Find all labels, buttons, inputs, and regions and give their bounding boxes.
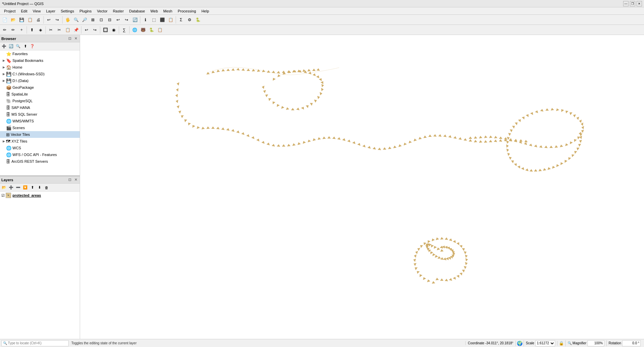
- browser-tree-item-12[interactable]: ⊞ Vector Tiles: [0, 131, 80, 138]
- zoom-layer-button[interactable]: ⊡: [97, 16, 105, 24]
- zoom-out-button[interactable]: 🔎: [80, 16, 88, 24]
- edit-undo-button[interactable]: ↩: [82, 26, 91, 34]
- browser-tree-item-6[interactable]: 🗄 SpatiaLite: [0, 91, 80, 98]
- layers-float-button[interactable]: ⊡: [67, 177, 72, 183]
- python-button[interactable]: 🐍: [194, 16, 202, 24]
- zoom-selection-button[interactable]: ⊟: [106, 16, 114, 24]
- cut-feature-button[interactable]: ✂: [55, 26, 63, 34]
- map-canvas[interactable]: [80, 35, 644, 339]
- open-project-button[interactable]: 📂: [9, 16, 17, 24]
- attr-table-button[interactable]: 📋: [167, 16, 175, 24]
- menu-item-help[interactable]: Help: [199, 8, 212, 14]
- move-feature-button[interactable]: ⬆: [28, 26, 36, 34]
- save-as-button[interactable]: 📋: [26, 16, 34, 24]
- locate-input[interactable]: [1, 340, 69, 346]
- browser-add-button[interactable]: ➕: [1, 43, 7, 50]
- tree-expand-icon[interactable]: ▶: [1, 66, 6, 69]
- add-feature-button[interactable]: ＋: [17, 26, 26, 34]
- browser-tree-item-13[interactable]: ▶ 🗺 XYZ Tiles: [0, 138, 80, 145]
- browser-tree-item-15[interactable]: 🌐 WFS / OGC API - Features: [0, 151, 80, 158]
- zoom-prev-button[interactable]: ↩: [114, 16, 122, 24]
- browser-tree-item-16[interactable]: 🗄 ArcGIS REST Servers: [0, 158, 80, 165]
- browser-collapse-button[interactable]: ⬆: [22, 43, 29, 50]
- bear-button[interactable]: 🐻: [139, 26, 147, 34]
- magnifier-input[interactable]: [587, 340, 604, 346]
- restore-button[interactable]: ❐: [630, 1, 635, 6]
- undo-button[interactable]: ↩: [45, 16, 53, 24]
- zoom-full-button[interactable]: ⊠: [89, 16, 97, 24]
- browser-close-button[interactable]: ✕: [73, 36, 78, 41]
- plugin1-button[interactable]: 🐍: [147, 26, 155, 34]
- browser-tree-item-10[interactable]: 🌐 WMS/WMTS: [0, 118, 80, 124]
- browser-tree-item-9[interactable]: 🗄 MS SQL Server: [0, 111, 80, 118]
- menu-item-layer[interactable]: Layer: [43, 8, 58, 14]
- layers-open-button[interactable]: 📂: [1, 184, 7, 191]
- browser-tree-item-2[interactable]: ▶ 🏠 Home: [0, 64, 80, 71]
- layers-remove2-button[interactable]: 🗑: [43, 184, 50, 191]
- topology-button[interactable]: ◉: [110, 26, 118, 34]
- layers-add-button[interactable]: ➕: [8, 184, 14, 191]
- menu-item-plugins[interactable]: Plugins: [77, 8, 94, 14]
- deselect-button[interactable]: ⬛: [158, 16, 166, 24]
- browser-tree-item-8[interactable]: 🗄 SAP HANA: [0, 104, 80, 111]
- copy-feature-button[interactable]: 📋: [64, 26, 72, 34]
- globe-button[interactable]: 🌐: [131, 26, 139, 34]
- identify-button[interactable]: ℹ: [141, 16, 149, 24]
- settings-button[interactable]: ⚙: [185, 16, 193, 24]
- browser-tree-item-4[interactable]: ▶ 💾 D:\ (Data): [0, 77, 80, 84]
- browser-tree-item-7[interactable]: 🐘 PostgreSQL: [0, 98, 80, 104]
- scale-select[interactable]: 1:61272: [535, 340, 555, 346]
- menu-item-project[interactable]: Project: [1, 8, 18, 14]
- rotation-input[interactable]: [622, 340, 641, 346]
- browser-tree-item-0[interactable]: ⭐ Favorites: [0, 50, 80, 57]
- zoom-in-button[interactable]: 🔍: [72, 16, 80, 24]
- tree-expand-icon[interactable]: ▶: [1, 72, 6, 76]
- snap-button[interactable]: 🔲: [101, 26, 109, 34]
- close-button[interactable]: ✕: [637, 1, 642, 6]
- menu-item-edit[interactable]: Edit: [18, 8, 30, 14]
- pan-button[interactable]: 🖐: [64, 16, 72, 24]
- browser-tree-item-5[interactable]: 📦 GeoPackage: [0, 84, 80, 91]
- menu-item-view[interactable]: View: [30, 8, 43, 14]
- edit-redo-button[interactable]: ↪: [91, 26, 99, 34]
- paste-feature-button[interactable]: 📌: [72, 26, 80, 34]
- layer-checkbox[interactable]: ☑: [1, 193, 5, 198]
- layers-down-button[interactable]: ⬇: [36, 184, 43, 191]
- browser-tree-item-3[interactable]: ▶ 💾 C:\ (Windows-SSD): [0, 71, 80, 77]
- layers-close-button[interactable]: ✕: [73, 177, 78, 183]
- print-button[interactable]: 🖨: [34, 16, 42, 24]
- layers-remove-button[interactable]: ➖: [15, 184, 22, 191]
- menu-item-raster[interactable]: Raster: [110, 8, 126, 14]
- field-calc-button[interactable]: ∑: [120, 26, 128, 34]
- tree-expand-icon[interactable]: ▶: [1, 59, 6, 62]
- tree-expand-icon[interactable]: ▶: [1, 79, 6, 82]
- node-tool-button[interactable]: ◈: [36, 26, 44, 34]
- layers-up-button[interactable]: ⬆: [29, 184, 36, 191]
- stats-button[interactable]: Σ: [177, 16, 185, 24]
- tree-expand-icon[interactable]: ▶: [1, 140, 6, 143]
- new-project-button[interactable]: 📄: [1, 16, 9, 24]
- menu-item-vector[interactable]: Vector: [94, 8, 110, 14]
- digitize-button[interactable]: ✏: [9, 26, 17, 34]
- redo-button[interactable]: ↪: [53, 16, 61, 24]
- menu-item-processing[interactable]: Processing: [175, 8, 199, 14]
- menu-item-database[interactable]: Database: [127, 8, 148, 14]
- save-project-button[interactable]: 💾: [17, 16, 26, 24]
- browser-tree-item-14[interactable]: 🌐 WCS: [0, 145, 80, 151]
- browser-filter-button[interactable]: 🔍: [15, 43, 22, 50]
- menu-item-web[interactable]: Web: [148, 8, 160, 14]
- menu-item-settings[interactable]: Settings: [58, 8, 77, 14]
- minimize-button[interactable]: —: [623, 1, 629, 6]
- layer-item[interactable]: ☑ ✕ protected_areas: [0, 192, 80, 199]
- browser-refresh-button[interactable]: 🔄: [8, 43, 14, 50]
- layer-name[interactable]: protected_areas: [12, 193, 41, 197]
- zoom-next-button[interactable]: ↪: [122, 16, 131, 24]
- menu-item-mesh[interactable]: Mesh: [160, 8, 175, 14]
- refresh-button[interactable]: 🔄: [131, 16, 139, 24]
- browser-tree-item-1[interactable]: ▶ 🔖 Spatial Bookmarks: [0, 57, 80, 64]
- select-button[interactable]: ⬚: [150, 16, 158, 24]
- edit-toggle-button[interactable]: ✏: [1, 26, 9, 34]
- plugin2-button[interactable]: 📋: [156, 26, 164, 34]
- browser-tree-item-11[interactable]: 🎬 Scenes: [0, 124, 80, 131]
- layers-filter-button[interactable]: 🔽: [22, 184, 29, 191]
